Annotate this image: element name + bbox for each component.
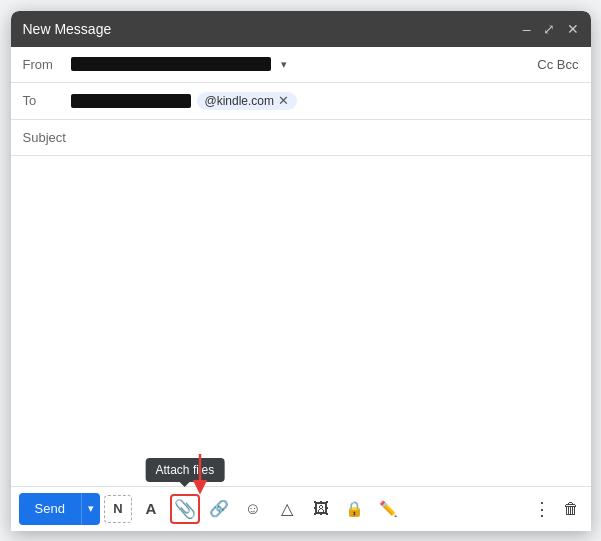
to-value: @kindle.com ✕ xyxy=(71,92,579,110)
recipient-chip: @kindle.com ✕ xyxy=(197,92,298,110)
to-label: To xyxy=(23,93,63,108)
link-button[interactable]: 🔗 xyxy=(204,494,234,524)
emoji-button[interactable]: ☺ xyxy=(238,494,268,524)
send-label: Send xyxy=(19,493,82,525)
window-controls: – ⤢ ✕ xyxy=(523,21,579,37)
font-icon: A xyxy=(145,500,156,517)
drive-button[interactable]: △ xyxy=(272,494,302,524)
from-row: From ▾ Cc Bcc xyxy=(11,47,591,83)
minimize-button[interactable]: – xyxy=(523,21,531,37)
drive-icon: △ xyxy=(281,499,293,518)
compose-toolbar: Send ▾ N A Attach files xyxy=(11,486,591,531)
attach-icon: 📎 xyxy=(174,498,196,520)
window-title: New Message xyxy=(23,21,112,37)
pen-icon: ✏️ xyxy=(379,500,398,518)
emoji-icon: ☺ xyxy=(245,500,261,518)
photo-icon: 🖼 xyxy=(313,500,329,518)
link-icon: 🔗 xyxy=(209,499,229,518)
to-row: To @kindle.com ✕ xyxy=(11,83,591,119)
lock-button[interactable]: 🔒 xyxy=(340,494,370,524)
recipient-email: @kindle.com xyxy=(205,94,275,108)
formatting-button[interactable]: N xyxy=(104,495,132,523)
photo-button[interactable]: 🖼 xyxy=(306,494,336,524)
attach-button[interactable]: 📎 xyxy=(170,494,200,524)
remove-recipient-button[interactable]: ✕ xyxy=(278,94,289,107)
subject-row[interactable]: Subject xyxy=(11,120,591,156)
title-bar: New Message – ⤢ ✕ xyxy=(11,11,591,47)
maximize-button[interactable]: ⤢ xyxy=(543,21,555,37)
email-fields: From ▾ Cc Bcc To @kindle.com ✕ xyxy=(11,47,591,120)
cc-bcc-button[interactable]: Cc Bcc xyxy=(537,57,578,72)
font-button[interactable]: A xyxy=(136,494,166,524)
from-dropdown-icon[interactable]: ▾ xyxy=(281,58,287,71)
attach-container: Attach files 📎 xyxy=(170,494,200,524)
from-redacted xyxy=(71,57,271,71)
compose-window: New Message – ⤢ ✕ From ▾ Cc Bcc To @kind… xyxy=(11,11,591,531)
close-button[interactable]: ✕ xyxy=(567,21,579,37)
delete-draft-button[interactable]: 🗑 xyxy=(559,496,583,522)
lock-icon: 🔒 xyxy=(345,500,364,518)
signature-button[interactable]: ✏️ xyxy=(374,494,404,524)
to-redacted xyxy=(71,94,191,108)
from-value: ▾ xyxy=(71,57,538,71)
more-options-button[interactable]: ⋮ xyxy=(529,494,555,524)
send-dropdown-arrow[interactable]: ▾ xyxy=(82,493,100,525)
subject-label: Subject xyxy=(23,130,66,145)
email-body[interactable] xyxy=(11,156,591,486)
formatting-icon: N xyxy=(113,501,122,516)
send-button[interactable]: Send ▾ xyxy=(19,493,100,525)
from-label: From xyxy=(23,57,63,72)
